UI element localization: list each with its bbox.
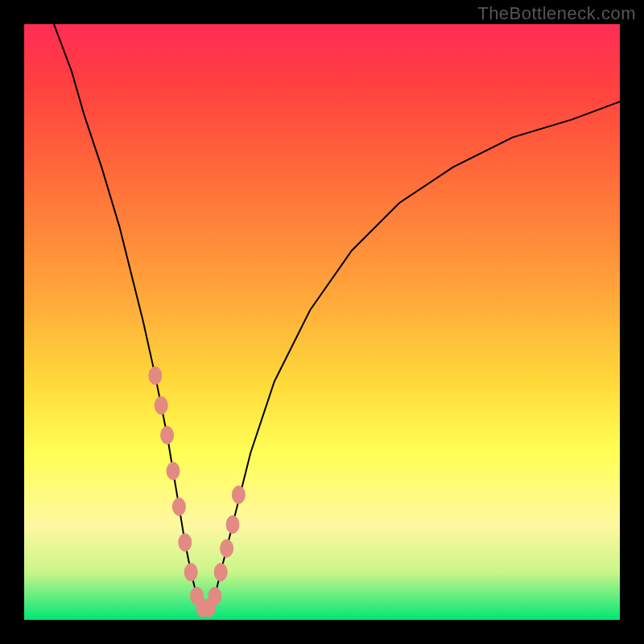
marker-point bbox=[149, 367, 162, 385]
curve-svg bbox=[24, 24, 620, 620]
marker-point bbox=[226, 516, 239, 534]
chart-frame: TheBottleneck.com bbox=[0, 0, 644, 644]
plot-area bbox=[24, 24, 620, 620]
marker-point bbox=[167, 462, 180, 480]
marker-point bbox=[221, 539, 233, 557]
marker-point bbox=[172, 497, 185, 515]
marker-point bbox=[208, 587, 221, 605]
marker-point bbox=[155, 397, 167, 415]
marker-point bbox=[184, 564, 197, 581]
marker-group bbox=[149, 367, 246, 617]
marker-point bbox=[214, 564, 227, 581]
marker-point bbox=[179, 534, 192, 551]
watermark-text: TheBottleneck.com bbox=[477, 3, 636, 24]
bottleneck-curve bbox=[54, 24, 620, 608]
marker-point bbox=[161, 427, 174, 444]
marker-point bbox=[232, 486, 245, 504]
